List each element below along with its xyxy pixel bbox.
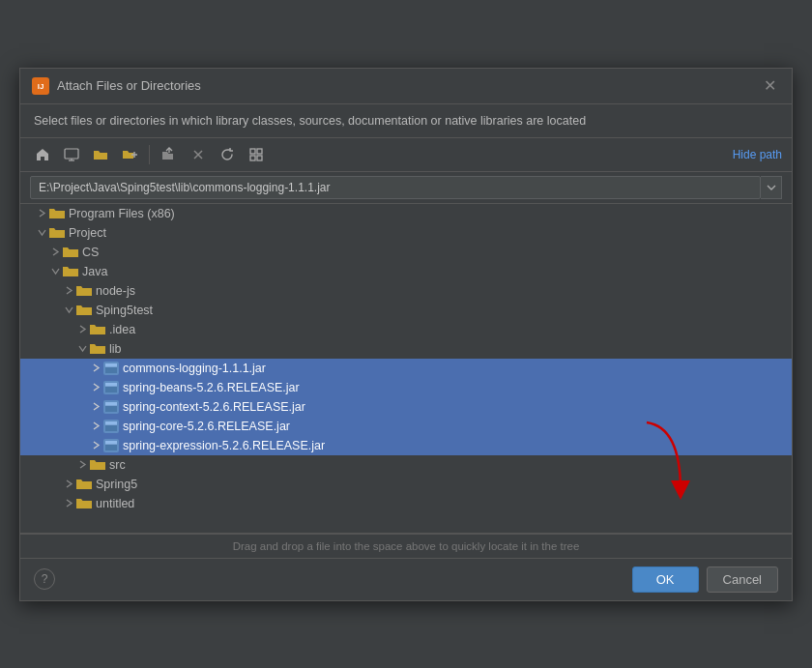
expand-arrow-icon	[34, 206, 49, 221]
tree-item-label: commons-logging-1.1.1.jar	[123, 362, 266, 375]
ok-button[interactable]: OK	[632, 566, 699, 593]
tree-item-label: spring-core-5.2.6.RELEASE.jar	[123, 420, 290, 433]
expand-arrow-icon	[34, 225, 49, 241]
tree-item[interactable]: spring-core-5.2.6.RELEASE.jar	[20, 417, 792, 436]
toolbar-separator-1	[149, 145, 150, 164]
svg-rect-25	[105, 406, 117, 412]
toolbar: Hide path	[20, 138, 792, 172]
dialog-subtitle: Select files or directories in which lib…	[20, 104, 792, 138]
svg-rect-23	[105, 402, 117, 406]
monitor-btn[interactable]	[59, 143, 84, 166]
dialog-title: Attach Files or Directories	[57, 78, 201, 93]
folder-icon	[49, 206, 65, 221]
hide-path-button[interactable]: Hide path	[733, 148, 782, 161]
expand-arrow-icon	[47, 245, 63, 260]
tree-item-label: untitled	[96, 497, 134, 510]
expand-arrow-icon	[61, 303, 76, 318]
tree-item[interactable]: untitled	[20, 494, 792, 513]
expand-arrow-icon	[88, 380, 103, 395]
expand-btn[interactable]	[244, 143, 269, 166]
file-tree[interactable]: Program Files (x86)ProjectCSJavanode-jsS…	[20, 204, 792, 533]
path-dropdown-button[interactable]	[761, 176, 782, 199]
svg-rect-15	[105, 363, 117, 367]
tree-item[interactable]: spring-beans-5.2.6.RELEASE.jar	[20, 378, 792, 397]
tree-item-label: src	[109, 458, 126, 472]
path-input[interactable]	[30, 176, 761, 199]
folder-icon	[63, 264, 78, 279]
tree-item[interactable]: spring-context-5.2.6.RELEASE.jar	[20, 397, 792, 417]
tree-item[interactable]: Java	[20, 262, 792, 281]
tree-item[interactable]: spring-expression-5.2.6.RELEASE.jar	[20, 436, 792, 455]
home-btn[interactable]	[30, 143, 55, 166]
svg-text:IJ: IJ	[38, 82, 44, 91]
delete-btn[interactable]	[186, 143, 211, 166]
svg-rect-10	[250, 149, 255, 154]
folder-icon	[76, 477, 92, 492]
tree-item-label: lib	[109, 342, 122, 356]
tree-item-label: Spring5	[96, 478, 137, 491]
expand-arrow-icon	[74, 322, 90, 337]
folder-icon	[90, 457, 105, 473]
svg-rect-2	[65, 149, 78, 159]
help-button[interactable]: ?	[34, 568, 55, 590]
tree-item-label: Program Files (x86)	[69, 207, 175, 220]
tree-item[interactable]: lib	[20, 339, 792, 359]
close-button[interactable]: ✕	[760, 76, 780, 96]
folder-icon	[76, 283, 92, 299]
expand-arrow-icon	[61, 477, 76, 492]
tree-item[interactable]: commons-logging-1.1.1.jar	[20, 359, 792, 378]
action-buttons: OK Cancel	[632, 566, 778, 593]
tree-item[interactable]: Sping5test	[20, 301, 792, 320]
expand-arrow-icon	[88, 361, 103, 376]
expand-arrow-icon	[88, 438, 103, 453]
tree-item[interactable]: src	[20, 455, 792, 475]
title-bar: IJ Attach Files or Directories ✕	[20, 69, 792, 104]
expand-arrow-icon	[88, 399, 103, 415]
folder-icon	[63, 245, 78, 260]
tree-item[interactable]: Spring5	[20, 475, 792, 494]
tree-item[interactable]: Program Files (x86)	[20, 204, 792, 223]
tree-item-label: node-js	[96, 284, 135, 298]
drag-drop-area: Drag and drop a file into the space abov…	[20, 533, 792, 558]
tree-item[interactable]: CS	[20, 243, 792, 262]
jar-icon	[103, 362, 119, 375]
app-icon: IJ	[32, 77, 49, 95]
expand-arrow-icon	[47, 264, 63, 279]
tree-item-label: Java	[82, 265, 107, 278]
folder-icon	[76, 303, 92, 318]
svg-rect-29	[105, 425, 117, 431]
expand-arrow-icon	[88, 419, 103, 434]
tree-item-label: Project	[69, 226, 106, 240]
svg-rect-21	[105, 387, 117, 392]
title-bar-left: IJ Attach Files or Directories	[32, 77, 201, 95]
jar-icon	[103, 400, 119, 414]
expand-arrow-icon	[74, 341, 90, 357]
tree-item-label: CS	[82, 246, 99, 259]
svg-rect-33	[105, 445, 117, 450]
folder-new-btn[interactable]	[117, 143, 142, 166]
folder-open-btn[interactable]	[88, 143, 113, 166]
tree-item[interactable]: .idea	[20, 320, 792, 339]
tree-item[interactable]: node-js	[20, 281, 792, 301]
jar-icon	[103, 439, 119, 452]
svg-rect-12	[250, 156, 255, 160]
tree-item-label: Sping5test	[96, 304, 153, 317]
jar-icon	[103, 420, 119, 433]
folder-icon	[90, 322, 105, 337]
tree-item-label: .idea	[109, 323, 135, 336]
svg-rect-31	[105, 441, 117, 445]
tree-item-label: spring-beans-5.2.6.RELEASE.jar	[123, 381, 300, 394]
bottom-bar: ? OK Cancel	[20, 558, 792, 600]
drag-hint-text: Drag and drop a file into the space abov…	[20, 534, 792, 558]
folder-icon	[49, 225, 65, 241]
svg-rect-13	[257, 156, 262, 160]
svg-rect-27	[105, 421, 117, 425]
refresh-btn[interactable]	[215, 143, 240, 166]
folder-up-btn[interactable]	[157, 143, 182, 166]
folder-icon	[90, 341, 105, 357]
cancel-button[interactable]: Cancel	[707, 566, 778, 593]
attach-files-dialog: IJ Attach Files or Directories ✕ Select …	[19, 68, 793, 601]
path-bar	[20, 172, 792, 204]
folder-icon	[76, 496, 92, 511]
tree-item[interactable]: Project	[20, 223, 792, 243]
